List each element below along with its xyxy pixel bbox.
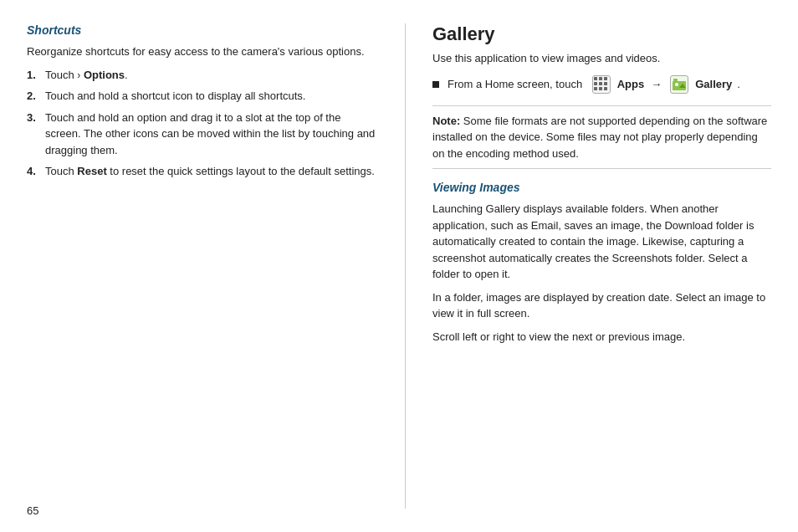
step-1-text: Touch › Options. — [45, 67, 128, 84]
list-num-3: 3. — [27, 110, 45, 126]
gallery-app-icon — [670, 75, 688, 94]
note-label: Note: — [432, 115, 460, 127]
arrow-icon: → — [651, 76, 662, 93]
shortcuts-intro: Reorganize shortcuts for easy access to … — [27, 43, 378, 60]
gallery-title: Gallery — [432, 23, 771, 45]
list-item: 3. Touch and hold an option and drag it … — [27, 110, 378, 159]
svg-point-1 — [675, 83, 678, 86]
apps-bullet-row: From a Home screen, touch Apps → Gallery — [432, 75, 771, 94]
period: . — [737, 76, 740, 93]
note-block: Note: Some file formats are not supporte… — [432, 105, 771, 170]
bullet-icon — [432, 81, 439, 88]
viewing-images-title: Viewing Images — [432, 181, 771, 194]
from-home-text: From a Home screen, touch — [448, 76, 586, 93]
gallery-subtitle: Use this application to view images and … — [432, 50, 771, 67]
shortcuts-list: 1. Touch › Options. 2. Touch and hold a … — [27, 67, 378, 180]
apps-label: Apps — [617, 76, 645, 93]
options-label: Options — [84, 69, 125, 81]
gallery-label: Gallery — [695, 76, 732, 93]
viewing-para-3: Scroll left or right to view the next or… — [432, 329, 771, 345]
chevron-icon: › — [77, 68, 80, 83]
apps-icon — [592, 75, 611, 94]
reset-label: Reset — [77, 165, 106, 177]
note-text: Some file formats are not supported depe… — [432, 115, 767, 160]
step-2-text: Touch and hold a shortcut icon to displa… — [45, 88, 305, 105]
list-num-1: 1. — [27, 67, 45, 84]
left-column: Shortcuts Reorganize shortcuts for easy … — [27, 23, 378, 509]
right-column: Gallery Use this application to view ima… — [405, 23, 771, 509]
viewing-para-1: Launching Gallery displays available fol… — [432, 201, 771, 283]
viewing-images-body: Launching Gallery displays available fol… — [432, 201, 771, 345]
list-num-4: 4. — [27, 163, 45, 180]
viewing-para-2: In a folder, images are displayed by cre… — [432, 289, 771, 322]
step-4-text: Touch Reset to reset the quick settings … — [45, 163, 375, 180]
list-item: 2. Touch and hold a shortcut icon to dis… — [27, 88, 378, 105]
list-item: 4. Touch Reset to reset the quick settin… — [27, 163, 378, 180]
page-number: 65 — [27, 504, 38, 517]
shortcuts-title: Shortcuts — [27, 23, 378, 37]
list-num-2: 2. — [27, 88, 45, 105]
step-3-text: Touch and hold an option and drag it to … — [45, 110, 378, 159]
list-item: 1. Touch › Options. — [27, 67, 378, 84]
svg-rect-3 — [673, 79, 678, 81]
